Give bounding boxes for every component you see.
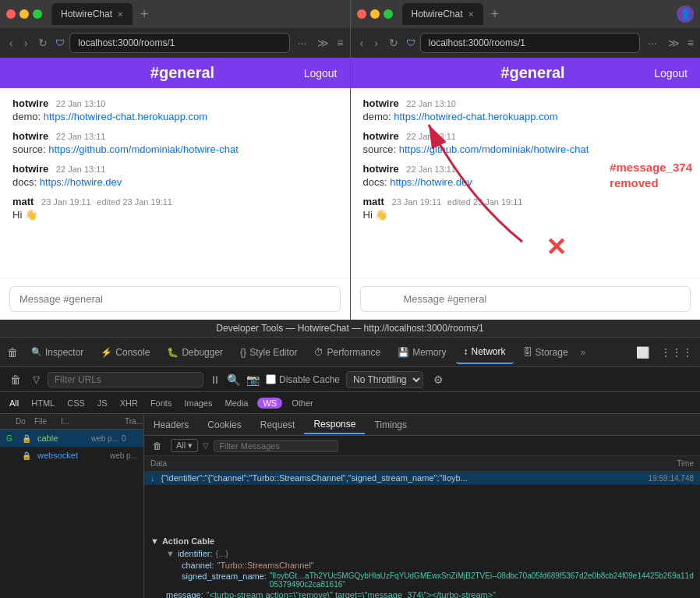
net-type-fonts[interactable]: Fonts (147, 398, 175, 409)
minimize-button[interactable] (19, 9, 29, 19)
right-tab-close[interactable]: ✕ (468, 10, 474, 19)
detail-tab-cookies[interactable]: Cookies (198, 416, 250, 433)
ws-message-row[interactable]: ↓ {"identifier":"{"channel":"Turbo::Stre… (144, 472, 700, 485)
right-logout-button[interactable]: Logout (654, 67, 688, 80)
right-more-button[interactable]: ··· (645, 35, 660, 51)
forward-button[interactable]: › (21, 35, 31, 51)
close-button[interactable] (6, 9, 16, 19)
left-traffic-lights (6, 9, 42, 19)
msg-link[interactable]: https://github.com/mdominiak/hotwire-cha… (48, 143, 239, 155)
net-type-html[interactable]: HTML (28, 398, 58, 409)
devtools-settings-button[interactable]: ⋮⋮⋮ (656, 345, 697, 360)
devtools-trash-button[interactable]: 🗑 (3, 345, 22, 360)
menu-button[interactable]: ≡ (337, 37, 343, 49)
detail-tab-request[interactable]: Request (251, 416, 305, 433)
tab-inspector[interactable]: 🔍 Inspector (23, 341, 91, 364)
right-message-input[interactable] (360, 286, 691, 312)
back-button[interactable]: ‹ (6, 35, 16, 51)
net-type-all[interactable]: All (6, 398, 22, 409)
tab-storage[interactable]: 🗄 Storage (515, 341, 576, 364)
msg-link[interactable]: https://hotwire.dev (390, 176, 472, 188)
disable-cache-label[interactable]: Disable Cache (266, 374, 340, 385)
right-chat-area: hotwire 22 Jan 13:10 demo: https://hotwi… (351, 88, 701, 278)
action-cable-toggle[interactable]: ▼ (150, 536, 159, 546)
disable-cache-checkbox[interactable] (266, 374, 276, 384)
left-logout-button[interactable]: Logout (304, 67, 338, 80)
detail-tab-timings[interactable]: Timings (365, 416, 416, 433)
net-type-other[interactable]: Other (288, 398, 316, 409)
new-tab-button[interactable]: + (140, 6, 149, 23)
requests-list: Do File I... Tra... G 🔒 cable web p... 0… (0, 414, 144, 598)
net-type-ws[interactable]: WS (257, 398, 282, 409)
msg-link[interactable]: https://hotwire.dev (40, 176, 122, 188)
msg-time: 23 Jan 19:11 (41, 197, 91, 207)
msg-link[interactable]: https://github.com/mdominiak/hotwire-cha… (399, 143, 589, 155)
search-icon[interactable]: 🔍 (227, 373, 240, 386)
tab-style-editor[interactable]: {} Style Editor (232, 341, 305, 364)
throttling-select[interactable]: No Throttling (346, 371, 423, 388)
refresh-button[interactable]: ↻ (35, 35, 51, 51)
right-address-input[interactable] (420, 33, 640, 53)
ws-all-tab[interactable]: All ▾ (171, 439, 198, 452)
right-menu-button[interactable]: ≡ (688, 37, 694, 49)
responsive-design-button[interactable]: ⬜ (632, 345, 653, 360)
console-icon: ⚡ (101, 347, 112, 358)
tab-console-label: Console (115, 347, 150, 358)
memory-icon: 💾 (398, 347, 409, 358)
ws-trash-button[interactable]: 🗑 (149, 439, 166, 453)
clear-requests-button[interactable]: 🗑 (6, 372, 25, 387)
network-settings-button[interactable]: ⚙ (430, 372, 447, 387)
net-type-js[interactable]: JS (94, 398, 111, 409)
right-maximize-button[interactable] (384, 9, 393, 19)
msg-link[interactable]: https://hotwired-chat.herokuapp.com (394, 111, 557, 122)
tab-debugger[interactable]: 🐛 Debugger (159, 341, 231, 364)
filter-urls-input[interactable] (48, 372, 203, 387)
right-extensions-button[interactable]: ≫ (665, 35, 683, 51)
left-tab-close[interactable]: ✕ (117, 10, 123, 19)
identifier-section[interactable]: ▼ identifier: {...} (160, 547, 700, 560)
maximize-button[interactable] (33, 9, 42, 19)
request-row-websocket[interactable]: 🔒 websocket web p... (0, 447, 143, 464)
net-type-media[interactable]: Media (221, 398, 251, 409)
signed-stream-name-val: "lIoybGt…aTh2YUc5MGQybHlaUzFqYUdGMEwxSnZ… (270, 571, 694, 589)
left-address-input[interactable] (69, 33, 289, 53)
list-item: hotwire 22 Jan 13:10 demo: https://hotwi… (363, 97, 688, 122)
left-chat-area: hotwire 22 Jan 13:10 demo: https://hotwi… (0, 88, 350, 278)
left-address-bar: ‹ › ↻ 🛡 ··· ≫ ≡ (0, 28, 350, 58)
detail-tab-response[interactable]: Response (304, 416, 365, 434)
identifier-toggle[interactable]: ▼ (166, 549, 175, 558)
msg-link[interactable]: https://hotwired-chat.herokuapp.com (44, 111, 207, 122)
shield-icon: 🛡 (55, 37, 65, 48)
net-type-css[interactable]: CSS (64, 398, 88, 409)
action-cable-section[interactable]: ▼ Action Cable (144, 535, 700, 547)
right-refresh-button[interactable]: ↻ (386, 35, 401, 51)
tab-network[interactable]: ↕ Network (456, 341, 514, 364)
msg-body: Hi 👋 (363, 209, 688, 221)
right-forward-button[interactable]: › (371, 35, 381, 51)
extensions-button[interactable]: ≫ (314, 35, 332, 51)
msg-time: 22 Jan 13:11 (406, 132, 456, 141)
message-row: message: "<turbo-stream action=\"remove\… (160, 589, 700, 598)
left-message-input[interactable] (9, 286, 341, 312)
right-new-tab-button[interactable]: + (491, 6, 500, 23)
msg-body: demo: https://hotwired-chat.herokuapp.co… (363, 111, 688, 122)
filter-messages-input[interactable] (214, 440, 338, 452)
right-tab[interactable]: HotwireChat ✕ (402, 3, 483, 25)
net-type-images[interactable]: Images (181, 398, 215, 409)
more-button[interactable]: ··· (295, 35, 310, 51)
request-row-cable[interactable]: G 🔒 cable web p... 0 (0, 430, 143, 447)
tab-performance[interactable]: ⏱ Performance (306, 341, 388, 364)
tab-console[interactable]: ⚡ Console (93, 341, 157, 364)
net-type-xhr[interactable]: XHR (117, 398, 141, 409)
list-item: hotwire 22 Jan 13:11 source: https://git… (363, 130, 688, 155)
identifier-collapsed: {...} (216, 549, 229, 558)
right-close-button[interactable] (357, 9, 366, 19)
right-channel-title: #general (412, 64, 654, 82)
list-item: matt 23 Jan 19:11 edited 23 Jan 19:11 Hi… (363, 196, 688, 221)
detail-tab-headers[interactable]: Headers (144, 416, 198, 433)
tab-memory[interactable]: 💾 Memory (390, 341, 454, 364)
right-back-button[interactable]: ‹ (357, 35, 367, 51)
left-tab[interactable]: HotwireChat ✕ (51, 3, 133, 25)
right-minimize-button[interactable] (370, 9, 380, 19)
more-tabs-button[interactable]: » (578, 347, 589, 358)
